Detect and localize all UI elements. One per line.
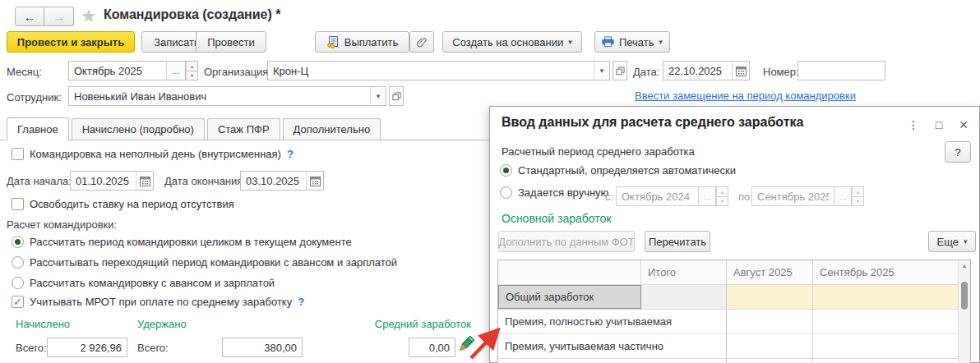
calc-option-2-radio[interactable] [12, 256, 24, 269]
table-row: Премия, учитываемая частично [498, 334, 970, 359]
help-question-icon[interactable]: ? [287, 148, 294, 160]
period-manual-radio[interactable] [500, 186, 512, 199]
back-button[interactable]: ← [15, 7, 44, 26]
intraday-checkbox-row: Командировка на неполный день (внутрисме… [12, 148, 294, 160]
cell-empty [727, 359, 813, 363]
withheld-total-input[interactable] [222, 338, 303, 357]
period-standard-radio[interactable] [500, 164, 512, 177]
cell-total-earnings-name[interactable]: Общий заработок [498, 285, 641, 309]
forward-button[interactable]: → [44, 7, 74, 26]
period-to-dots-button[interactable]: ... [834, 186, 852, 206]
calendar-icon[interactable] [306, 171, 324, 191]
post-and-close-button[interactable]: Провести и закрыть [7, 31, 135, 53]
cell-total-earnings-sep[interactable] [813, 285, 970, 309]
pay-label: Выплатить [344, 36, 399, 48]
tab-pfr-experience[interactable]: Стаж ПФР [207, 118, 280, 140]
cell-bonus-full-sep[interactable] [813, 310, 970, 333]
dialog-help-button[interactable]: ? [945, 141, 971, 163]
create-based-on-button[interactable]: Создать на основании ▾ [442, 31, 582, 53]
organization-dropdown-button[interactable]: ▾ [594, 61, 610, 80]
mrot-checkbox-label: Учитывать МРОТ при оплате по среднему за… [30, 296, 292, 308]
period-from-input[interactable] [616, 186, 698, 206]
attachments-button[interactable] [409, 31, 434, 53]
chevron-down-icon: ▾ [964, 238, 968, 246]
start-date-input[interactable] [70, 171, 136, 191]
more-label: Еще [937, 236, 959, 248]
average-earnings-input[interactable] [409, 338, 455, 357]
pay-button[interactable]: Выплатить [315, 31, 409, 53]
date-input[interactable] [663, 61, 732, 80]
accrued-total-label: Всего: [16, 342, 47, 354]
month-picker-dots-button[interactable]: ... [166, 61, 186, 80]
spinner-down-icon[interactable]: ▾ [186, 71, 198, 81]
post-button[interactable]: Провести [196, 31, 266, 53]
cell-bonus-full-aug[interactable] [727, 310, 813, 333]
period-standard-label: Стандартный, определяется автоматически [518, 164, 736, 177]
tab-accrued-detail[interactable]: Начислено (подробно) [72, 118, 205, 140]
spinner-down-icon[interactable]: ▾ [716, 197, 728, 207]
organization-input[interactable] [267, 61, 594, 80]
earnings-table: Итого Август 2025 Сентябрь 2025 Общий за… [497, 260, 971, 363]
chevron-down-icon: ▾ [377, 93, 381, 100]
period-from-dots-button[interactable]: ... [698, 186, 716, 206]
cell-bonus-partial-aug[interactable] [727, 334, 813, 358]
spinner-down-icon[interactable]: ▾ [852, 197, 864, 207]
tab-main[interactable]: Главное [7, 117, 69, 140]
calendar-icon[interactable] [732, 61, 750, 80]
employee-open-button[interactable] [389, 86, 404, 106]
maximize-icon[interactable]: □ [931, 117, 947, 133]
accrued-total-input[interactable] [47, 338, 127, 357]
spinner-up-icon[interactable]: ▴ [852, 186, 864, 197]
post-label: Провести [207, 36, 255, 48]
employee-input[interactable] [68, 86, 370, 106]
tab-additional[interactable]: Дополнительно [283, 118, 381, 140]
cell-bonus-partial-sep[interactable] [813, 334, 970, 358]
calendar-icon[interactable] [136, 171, 154, 191]
accrued-header: Начислено [16, 318, 70, 330]
organization-open-button[interactable] [612, 61, 627, 80]
column-header-aug-2025[interactable]: Август 2025 [727, 260, 813, 284]
employee-label: Сотрудник: [7, 91, 62, 103]
cell-bonus-full-name[interactable]: Премия, полностью учитываемая [498, 310, 727, 333]
table-scrollbar[interactable]: ▲ [958, 260, 970, 363]
mrot-checkbox[interactable]: ✓ [12, 296, 24, 308]
cell-total-earnings-itogo[interactable] [641, 285, 727, 309]
cell-total-earnings-aug[interactable] [727, 285, 813, 309]
column-header-total[interactable]: Итого [641, 260, 727, 284]
calc-option-3-label: Рассчитать командировку с авансом и зарп… [30, 277, 275, 289]
release-rate-checkbox[interactable] [12, 198, 24, 210]
period-to-group: ... ▴ ▾ [751, 186, 864, 206]
scrollbar-thumb[interactable] [961, 282, 968, 310]
close-icon[interactable]: × [955, 117, 972, 133]
period-from-spinner: ▴ ▾ [716, 186, 728, 206]
calc-option-1-radio[interactable] [12, 236, 24, 248]
spinner-up-icon[interactable]: ▴ [716, 186, 728, 197]
more-button[interactable]: Еще ▾ [928, 231, 976, 252]
month-spinner: ▴ ▾ [186, 61, 198, 80]
calc-option-3-radio[interactable] [12, 277, 24, 289]
chevron-down-icon: ▾ [568, 39, 572, 46]
chevron-down-icon: ▾ [600, 67, 604, 75]
scroll-up-icon[interactable]: ▲ [959, 263, 970, 269]
employee-dropdown-button[interactable]: ▾ [370, 86, 386, 106]
column-header-sep-2025[interactable]: Сентябрь 2025 [813, 260, 970, 284]
period-to-input[interactable] [751, 186, 834, 206]
help-question-icon[interactable]: ? [298, 296, 304, 308]
favorite-star-icon[interactable]: ★ [81, 7, 97, 25]
month-input[interactable] [68, 61, 166, 80]
substitute-link[interactable]: Ввести замещение на период командировки [635, 90, 856, 102]
reread-button[interactable]: Перечитать [645, 231, 710, 252]
spinner-up-icon[interactable]: ▴ [186, 61, 198, 71]
intraday-checkbox[interactable] [12, 148, 24, 160]
edit-pencil-icon[interactable] [455, 334, 476, 356]
cell-bonus-partial-name[interactable]: Премия, учитываемая частично [498, 334, 727, 358]
fill-from-fot-button[interactable]: Дополнить по данным ФОТ [498, 231, 635, 252]
column-header-name[interactable] [498, 260, 641, 284]
radio-dot [503, 168, 509, 173]
end-date-input[interactable] [240, 171, 306, 191]
number-input[interactable] [797, 61, 885, 80]
release-rate-label: Освободить ставку на период отсутствия [30, 198, 234, 210]
end-date-group [240, 171, 324, 191]
print-button[interactable]: Печать ▾ [594, 31, 670, 53]
kebab-menu-icon[interactable]: ⋮ [905, 117, 922, 133]
